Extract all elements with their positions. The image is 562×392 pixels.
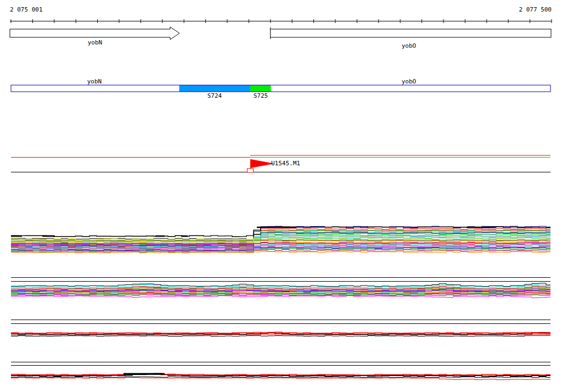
segment-region-track [11,85,550,92]
signal-track-3 [11,320,550,337]
marker-base-rect [248,169,254,172]
gene-arrow-shape-yobN [10,27,179,40]
coordinate-ruler [10,19,552,23]
ruler-end-coordinate: 2 077 500 [519,7,552,13]
gene-box-yobO [271,27,552,39]
region-label-yobN: yobN [87,79,102,85]
gene-arrow-label-yobO: yobO [402,43,417,49]
region-outline [11,85,550,92]
signal-track-2 [11,278,550,298]
region-label-yobO: yobO [402,79,417,85]
gene-box-shape-yobO [271,29,552,37]
gene-arrow-label-yobN: yobN [88,40,103,46]
gene-arrow-yobN [10,27,179,40]
genome-browser-view: 2 075 001 2 077 500 yobN yobO yobN yobO … [0,0,562,392]
segment-label-S725: S725 [254,93,268,99]
segment-S725 [250,85,271,92]
genome-browser-canvas [0,0,562,392]
signal-series [11,373,550,375]
ruler-start-coordinate: 2 075 001 [10,7,43,13]
signal-series [11,377,550,378]
marker-label: U1545.M1 [271,160,300,166]
signal-series [11,283,550,287]
signal-series [11,335,550,337]
expression-all-conditions [11,226,550,253]
segment-label-S724: S724 [207,93,222,99]
signal-track-4 [11,362,550,380]
segment-S724 [179,85,251,92]
signal-series [11,296,550,298]
